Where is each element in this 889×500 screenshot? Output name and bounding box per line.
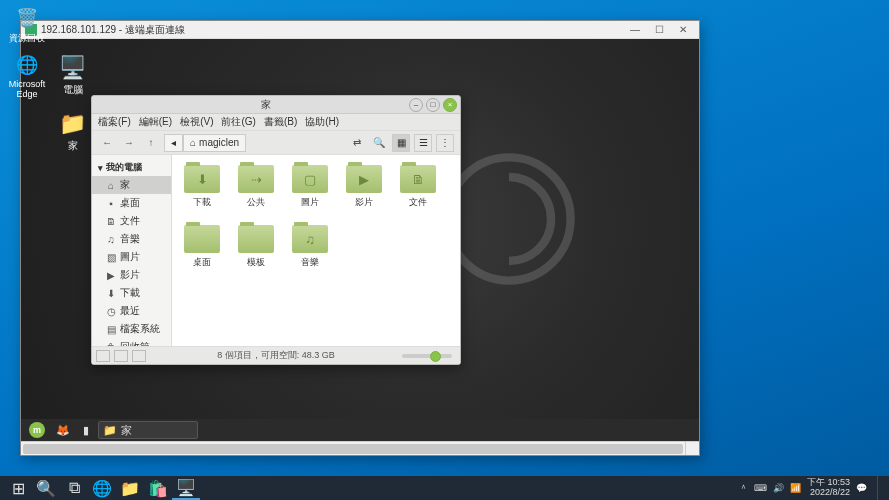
menu-bookmarks[interactable]: 書籤(B) (264, 115, 297, 129)
sidebar-item[interactable]: ⌂家 (92, 176, 171, 194)
tray-ime-icon[interactable]: ⌨ (754, 483, 767, 493)
remote-close-button[interactable]: ✕ (671, 24, 695, 35)
sidebar-item-label: 檔案系統 (120, 322, 160, 336)
search-button[interactable]: 🔍 (32, 476, 60, 500)
folder-music[interactable]: ♫音樂 (284, 221, 336, 277)
tray-overflow-icon[interactable]: ＾ (739, 482, 748, 495)
sidebar-item-icon: ◷ (106, 306, 116, 317)
tray-network-icon[interactable]: 📶 (790, 483, 801, 493)
nemo-maximize-button[interactable]: □ (426, 98, 440, 112)
sidebar-item[interactable]: ♫音樂 (92, 230, 171, 248)
sidebar-item-icon: 🗎 (106, 216, 116, 227)
edge-label: Microsoft Edge (2, 79, 52, 99)
folder-icon: ⇢ (238, 165, 274, 193)
sidebar-item[interactable]: ▧圖片 (92, 248, 171, 266)
menu-go[interactable]: 前往(G) (221, 115, 255, 129)
search-button[interactable]: 🔍 (370, 134, 388, 152)
nav-back-button[interactable]: ← (98, 134, 116, 152)
edge-desktop-icon[interactable]: 🌐 Microsoft Edge (2, 51, 52, 99)
folder-documents[interactable]: 🗎文件 (392, 161, 444, 217)
view-icons-button[interactable]: ▦ (392, 134, 410, 152)
menu-file[interactable]: 檔案(F) (98, 115, 131, 129)
menu-view[interactable]: 檢視(V) (180, 115, 213, 129)
taskbar-explorer-button[interactable]: 📁 (116, 476, 144, 500)
folder-label: 文件 (409, 196, 427, 209)
sidebar-item[interactable]: ▶影片 (92, 266, 171, 284)
nemo-toolbar: ← → ↑ ◂ ⌂ magiclen ⇄ 🔍 ▦ ☰ ⋮ (92, 131, 460, 155)
sidebar-hide-toggle[interactable] (132, 350, 146, 362)
show-desktop-button[interactable] (877, 476, 883, 500)
chevron-down-icon: ▾ (98, 163, 103, 173)
sidebar-item[interactable]: ⬇下載 (92, 284, 171, 302)
path-toggle-button[interactable]: ⇄ (348, 134, 366, 152)
linux-computer-icon[interactable]: 🖥️ 電腦 (59, 55, 86, 97)
folder-desktop[interactable]: 桌面 (176, 221, 228, 277)
nav-forward-button[interactable]: → (120, 134, 138, 152)
sidebar-item-label: 家 (120, 178, 130, 192)
path-label: magiclen (199, 137, 239, 148)
mint-menu-button[interactable]: m (25, 421, 49, 439)
sidebar-section-head[interactable]: ▾我的電腦 (92, 159, 171, 176)
remote-maximize-button[interactable]: ☐ (647, 24, 671, 35)
nav-up-button[interactable]: ↑ (142, 134, 160, 152)
view-compact-button[interactable]: ⋮ (436, 134, 454, 152)
nemo-main: ▾我的電腦⌂家▪桌面🗎文件♫音樂▧圖片▶影片⬇下載◷最近▤檔案系統🗑回收筒▾網路… (92, 155, 460, 346)
home-folder-label: 家 (68, 139, 78, 153)
recycle-bin-icon[interactable]: 🗑️ 資源回收 (2, 4, 52, 45)
path-bar: ◂ ⌂ magiclen (164, 134, 344, 152)
computer-glyph: 🖥️ (59, 55, 86, 81)
view-list-button[interactable]: ☰ (414, 134, 432, 152)
sidebar-item[interactable]: ▪桌面 (92, 194, 171, 212)
folder-icon: ▶ (346, 165, 382, 193)
nemo-minimize-button[interactable]: – (409, 98, 423, 112)
folder-label: 下載 (193, 196, 211, 209)
folder-templates[interactable]: 模板 (230, 221, 282, 277)
folder-icon: ▢ (292, 165, 328, 193)
folder-downloads[interactable]: ⬇下載 (176, 161, 228, 217)
menu-edit[interactable]: 編輯(E) (139, 115, 172, 129)
taskbar-edge-button[interactable]: 🌐 (88, 476, 116, 500)
sidebar-item-label: 音樂 (120, 232, 140, 246)
notifications-button[interactable]: 💬 (856, 483, 867, 493)
sidebar-item[interactable]: 🗎文件 (92, 212, 171, 230)
nemo-close-button[interactable]: × (443, 98, 457, 112)
sidebar-item[interactable]: 🗑回收筒 (92, 338, 171, 346)
clock-date: 2022/8/22 (807, 488, 850, 498)
remote-minimize-button[interactable]: — (623, 24, 647, 35)
remote-horizontal-scrollbar[interactable] (21, 441, 685, 455)
sidebar-item[interactable]: ◷最近 (92, 302, 171, 320)
zoom-slider[interactable] (402, 354, 452, 358)
path-root-button[interactable]: ◂ (164, 134, 183, 152)
sidebar-places-toggle[interactable] (96, 350, 110, 362)
sidebar-tree-toggle[interactable] (114, 350, 128, 362)
panel-terminal-button[interactable]: ▮ (77, 421, 95, 439)
sidebar-item-label: 文件 (120, 214, 140, 228)
folder-pictures[interactable]: ▢圖片 (284, 161, 336, 217)
remote-desktop-window: 192.168.101.129 - 遠端桌面連線 — ☐ ✕ 🖥️ 電腦 📁 家… (20, 20, 700, 456)
nemo-titlebar[interactable]: 家 – □ × (92, 96, 460, 114)
remote-titlebar[interactable]: 192.168.101.129 - 遠端桌面連線 — ☐ ✕ (21, 21, 699, 39)
folder-videos[interactable]: ▶影片 (338, 161, 390, 217)
panel-firefox-button[interactable]: 🦊 (52, 421, 74, 439)
path-home-segment[interactable]: ⌂ magiclen (183, 134, 246, 152)
taskview-button[interactable]: ⧉ (60, 476, 88, 500)
start-button[interactable]: ⊞ (4, 476, 32, 500)
sidebar-item[interactable]: ▤檔案系統 (92, 320, 171, 338)
taskbar-rdp-button[interactable]: 🖥️ (172, 476, 200, 500)
panel-task-filemanager[interactable]: 📁 家 (98, 421, 198, 439)
folder-public[interactable]: ⇢公共 (230, 161, 282, 217)
folder-icon: 🗎 (400, 165, 436, 193)
menu-help[interactable]: 協助(H) (305, 115, 339, 129)
nemo-content[interactable]: ⬇下載⇢公共▢圖片▶影片🗎文件桌面模板♫音樂 (172, 155, 460, 346)
file-manager-window: 家 – □ × 檔案(F) 編輯(E) 檢視(V) 前往(G) 書籤(B) 協助… (91, 95, 461, 365)
taskbar-store-button[interactable]: 🛍️ (144, 476, 172, 500)
taskbar-clock[interactable]: 下午 10:53 2022/8/22 (807, 478, 850, 498)
tray-volume-icon[interactable]: 🔊 (773, 483, 784, 493)
nemo-statusbar: 8 個項目，可用空間: 48.3 GB (92, 346, 460, 364)
nemo-sidebar: ▾我的電腦⌂家▪桌面🗎文件♫音樂▧圖片▶影片⬇下載◷最近▤檔案系統🗑回收筒▾網路… (92, 155, 172, 346)
sidebar-item-icon: ▧ (106, 252, 116, 263)
sidebar-item-label: 桌面 (120, 196, 140, 210)
task-label: 家 (121, 423, 132, 438)
linux-home-icon[interactable]: 📁 家 (59, 111, 86, 153)
host-desktop-icons: 🗑️ 資源回收 🌐 Microsoft Edge (2, 4, 52, 99)
